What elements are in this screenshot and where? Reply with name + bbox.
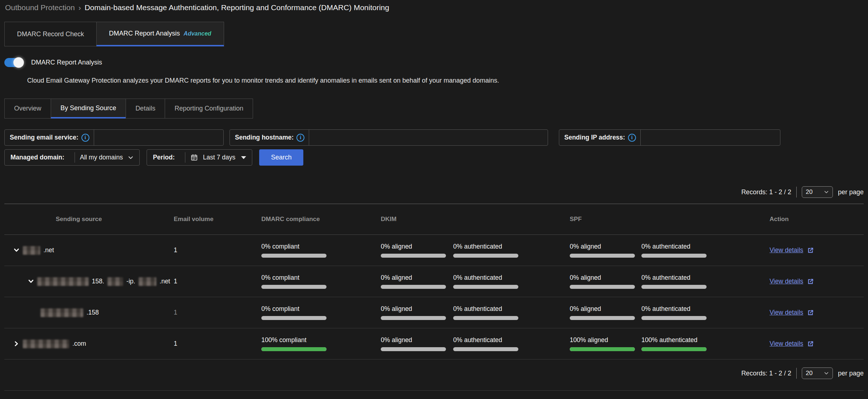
redacted-text [37, 277, 89, 286]
period-value: Last 7 days [203, 154, 236, 161]
tab-label: DMARC Report Analysis [109, 30, 180, 37]
metric-bar [261, 347, 326, 351]
metric-bar [641, 285, 707, 289]
action-cell: View details [757, 309, 864, 317]
sub-tab-overview[interactable]: Overview [4, 99, 51, 119]
collapse-chevron-icon[interactable] [28, 278, 34, 284]
sending-source-cell: .158 [4, 308, 170, 317]
records-label: Records: 1 - 2 / 2 [741, 188, 791, 196]
records-label: Records: 1 - 2 / 2 [741, 370, 791, 377]
view-details-link[interactable]: View details [770, 278, 803, 285]
col-spf: SPF [566, 216, 638, 223]
sub-tab-by-sending-source[interactable]: By Sending Source [51, 99, 126, 119]
tab-label: Details [135, 105, 155, 112]
sub-tab-bar: OverviewBy Sending SourceDetailsReportin… [4, 99, 253, 119]
metric-label: 0% authenticated [453, 243, 566, 250]
breadcrumb-parent-link[interactable]: Outbound Protection [5, 3, 75, 12]
view-details-link[interactable]: View details [770, 340, 803, 348]
filter-field-sending-hostname: Sending hostname:i [229, 129, 548, 146]
sending-ip-address-input[interactable] [641, 130, 780, 145]
table-row: 158.-ip..net10% compliant0% aligned0% au… [4, 266, 864, 297]
main-tab-dmarc-report-analysis[interactable]: DMARC Report AnalysisAdvanced [96, 22, 224, 46]
info-icon[interactable]: i [296, 134, 304, 142]
spf-authenticated-cell: 0% authenticated [638, 243, 757, 258]
metric-bar [453, 285, 518, 289]
view-details-link[interactable]: View details [770, 246, 803, 254]
toggle-label: DMARC Report Analysis [31, 59, 102, 66]
metric-label: 0% aligned [381, 336, 450, 344]
dmarc-compliance-cell: 0% compliant [258, 305, 377, 320]
divider [796, 368, 797, 379]
redacted-text [23, 340, 69, 348]
breadcrumb: Outbound Protection›Domain-based Message… [5, 2, 389, 13]
external-link-icon[interactable] [806, 309, 814, 317]
page-size-select[interactable]: 20 [802, 367, 833, 379]
sub-tab-details[interactable]: Details [126, 99, 165, 119]
chevron-down-icon [824, 190, 829, 195]
metric-bar [641, 347, 707, 351]
metric-bar-fill [641, 347, 707, 351]
spf-authenticated-cell: 100% authenticated [638, 336, 757, 351]
metric-bar [381, 254, 446, 258]
sending-source-table: Sending source Email volume DMARC compli… [4, 204, 864, 359]
metric-bar [453, 347, 518, 351]
redacted-text [139, 277, 156, 286]
metric-bar [381, 347, 446, 351]
period-select[interactable]: Period: Last 7 days [147, 149, 252, 166]
managed-domain-select[interactable]: Managed domain: All my domains [4, 149, 140, 166]
collapse-chevron-icon[interactable] [13, 247, 20, 253]
action-cell: View details [757, 246, 864, 254]
filter-label: Sending hostname: [235, 134, 294, 141]
main-tab-dmarc-record-check[interactable]: DMARC Record Check [4, 22, 96, 46]
metric-label: 0% authenticated [453, 336, 566, 344]
redacted-text [23, 246, 40, 255]
sending-source-cell: .com [4, 340, 170, 348]
sending-email-service-input[interactable] [94, 130, 223, 145]
sending-source-cell: .net [4, 246, 170, 255]
external-link-icon[interactable] [806, 278, 814, 286]
filter-label: Sending email service: [10, 134, 79, 141]
external-link-icon[interactable] [806, 246, 814, 254]
view-details-link[interactable]: View details [770, 309, 803, 316]
tab-label: Overview [14, 105, 41, 112]
sub-tab-reporting-configuration[interactable]: Reporting Configuration [165, 99, 253, 119]
expand-chevron-icon[interactable] [13, 341, 20, 347]
dkim-authenticated-cell: 0% authenticated [450, 274, 566, 289]
col-dmarc-compliance: DMARC compliance [258, 216, 377, 223]
external-link-icon[interactable] [806, 340, 814, 348]
info-icon[interactable]: i [81, 134, 89, 142]
search-button[interactable]: Search [259, 149, 303, 166]
col-sending-source: Sending source [4, 216, 170, 223]
dkim-authenticated-cell: 0% authenticated [450, 243, 566, 258]
info-icon[interactable]: i [628, 134, 636, 142]
spf-authenticated-cell: 0% authenticated [638, 274, 757, 289]
breadcrumb-separator: › [79, 3, 81, 12]
table-row: .15810% compliant0% aligned0% authentica… [4, 297, 864, 328]
tab-label: Reporting Configuration [174, 105, 243, 112]
page-title: Domain-based Message Authentication, Rep… [85, 3, 389, 12]
metric-bar [261, 254, 326, 258]
spf-aligned-cell: 0% aligned [566, 274, 638, 289]
filter-label: Sending IP address: [564, 134, 625, 141]
dmarc-monitoring-page: Outbound Protection›Domain-based Message… [0, 0, 868, 399]
sending-hostname-input[interactable] [309, 130, 548, 145]
page-size-select[interactable]: 20 [802, 186, 833, 198]
metric-label: 0% authenticated [641, 243, 757, 250]
dmarc-report-analysis-toggle[interactable] [4, 58, 23, 67]
advanced-badge: Advanced [184, 30, 211, 37]
metric-label: 0% aligned [570, 243, 638, 250]
source-text: .net [43, 246, 54, 254]
metric-label: 0% aligned [381, 243, 450, 250]
redacted-text [41, 308, 83, 317]
dmarc-compliance-cell: 0% compliant [258, 243, 377, 258]
sending-source-cell: 158.-ip..net [4, 277, 170, 286]
metric-bar [641, 316, 707, 320]
page-size-value: 20 [806, 188, 813, 196]
metric-bar-fill [261, 347, 326, 351]
calendar-icon [190, 154, 198, 161]
managed-domain-label: Managed domain: [10, 154, 64, 161]
chevron-down-icon [824, 371, 829, 376]
spf-authenticated-cell: 0% authenticated [638, 305, 757, 320]
metric-label: 0% authenticated [641, 274, 757, 282]
metric-bar [570, 347, 635, 351]
